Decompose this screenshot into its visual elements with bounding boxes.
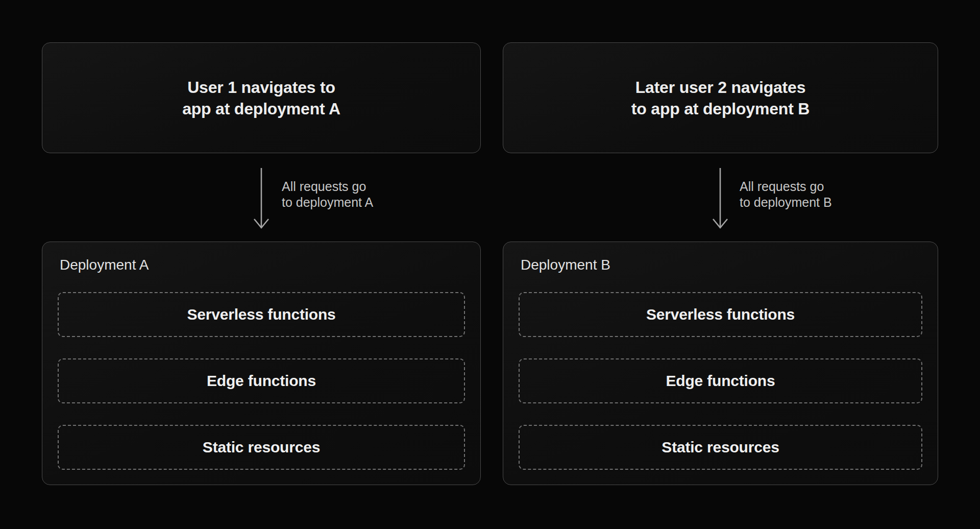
deployment-b-serverless-functions-row: Serverless functions [519, 292, 922, 337]
deployment-b-title: Deployment B [521, 256, 922, 274]
deployment-a-static-resources-row: Static resources [58, 425, 465, 470]
user-2-box: Later user 2 navigates to app at deploym… [503, 42, 938, 153]
deployment-a-title: Deployment A [60, 256, 465, 274]
user-1-box-text-line1: User 1 navigates to [187, 77, 335, 98]
down-arrow-icon [712, 167, 729, 230]
user-2-box-text-line1: Later user 2 navigates [635, 77, 806, 98]
deployment-b-static-resources-row: Static resources [519, 425, 922, 470]
arrow-b-label-line2: to deployment B [740, 195, 832, 210]
deployment-b-box: Deployment B Serverless functions Edge f… [503, 242, 938, 485]
deployment-a-box: Deployment A Serverless functions Edge f… [42, 242, 481, 485]
deployment-a-edge-functions-row: Edge functions [58, 358, 465, 403]
arrow-a-label: All requests go to deployment A [282, 179, 373, 210]
user-1-box-text-line2: app at deployment A [182, 98, 340, 119]
user-2-box-text-line2: to app at deployment B [631, 98, 810, 119]
row-label: Serverless functions [187, 306, 335, 323]
row-label: Serverless functions [646, 306, 795, 323]
row-label: Static resources [662, 439, 779, 456]
arrow-b-label-line1: All requests go [740, 179, 832, 195]
arrow-a-label-line1: All requests go [282, 179, 373, 195]
arrow-a-label-line2: to deployment A [282, 195, 373, 210]
arrow-b-label: All requests go to deployment B [740, 179, 832, 210]
row-label: Edge functions [666, 372, 775, 390]
user-1-box: User 1 navigates to app at deployment A [42, 42, 481, 153]
row-label: Static resources [203, 439, 320, 456]
row-label: Edge functions [207, 372, 316, 390]
diagram-canvas: User 1 navigates to app at deployment A … [0, 0, 980, 529]
deployment-b-edge-functions-row: Edge functions [519, 358, 922, 403]
down-arrow-icon [253, 167, 270, 230]
deployment-a-serverless-functions-row: Serverless functions [58, 292, 465, 337]
